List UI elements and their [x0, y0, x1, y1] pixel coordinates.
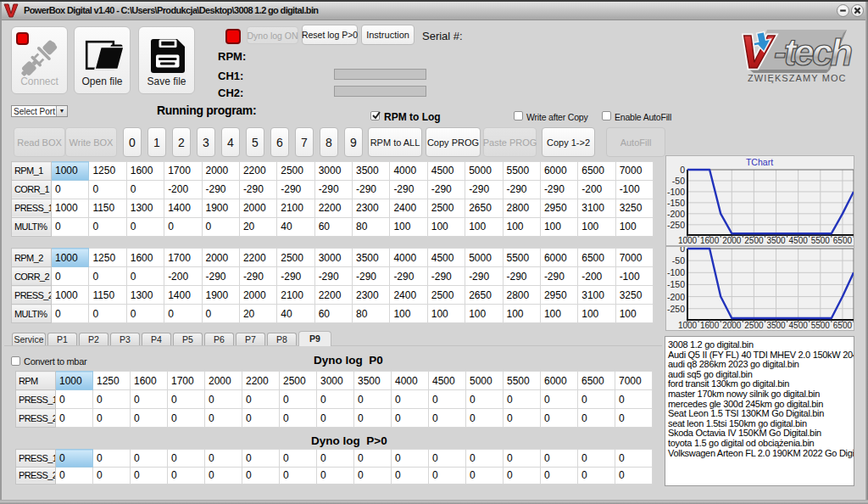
svg-text:TChart: TChart	[746, 157, 773, 167]
svg-text:ZWIĘKSZAMY MOC: ZWIĘKSZAMY MOC	[748, 73, 847, 83]
svg-text:5500: 5500	[811, 236, 831, 245]
svg-text:2000: 2000	[722, 236, 742, 245]
svg-text:-150: -150	[667, 198, 685, 208]
svg-text:-150: -150	[667, 279, 685, 289]
svg-text:-200: -200	[667, 209, 685, 219]
svg-text:-250: -250	[667, 304, 685, 314]
svg-text:1000: 1000	[678, 321, 698, 330]
svg-text:6500: 6500	[833, 236, 853, 245]
svg-text:4500: 4500	[789, 321, 809, 330]
svg-text:-50: -50	[672, 176, 685, 186]
svg-text:0: 0	[680, 165, 685, 175]
svg-text:-200: -200	[667, 292, 685, 302]
svg-text:3500: 3500	[766, 236, 786, 245]
svg-text:6500: 6500	[833, 321, 853, 330]
svg-text:-250: -250	[667, 220, 685, 230]
svg-text:-tech: -tech	[774, 31, 852, 73]
svg-text:-100: -100	[667, 267, 685, 277]
svg-text:1000: 1000	[678, 236, 698, 245]
svg-text:2500: 2500	[744, 321, 764, 330]
svg-text:-50: -50	[672, 255, 685, 266]
svg-text:1600: 1600	[700, 321, 720, 330]
svg-text:4500: 4500	[789, 236, 809, 245]
svg-text:2000: 2000	[722, 321, 742, 330]
svg-text:-100: -100	[667, 187, 685, 197]
svg-text:1600: 1600	[700, 236, 720, 245]
svg-text:2500: 2500	[744, 236, 764, 245]
svg-text:3500: 3500	[766, 321, 786, 330]
svg-text:5500: 5500	[811, 321, 831, 330]
svg-text:0: 0	[680, 247, 685, 254]
